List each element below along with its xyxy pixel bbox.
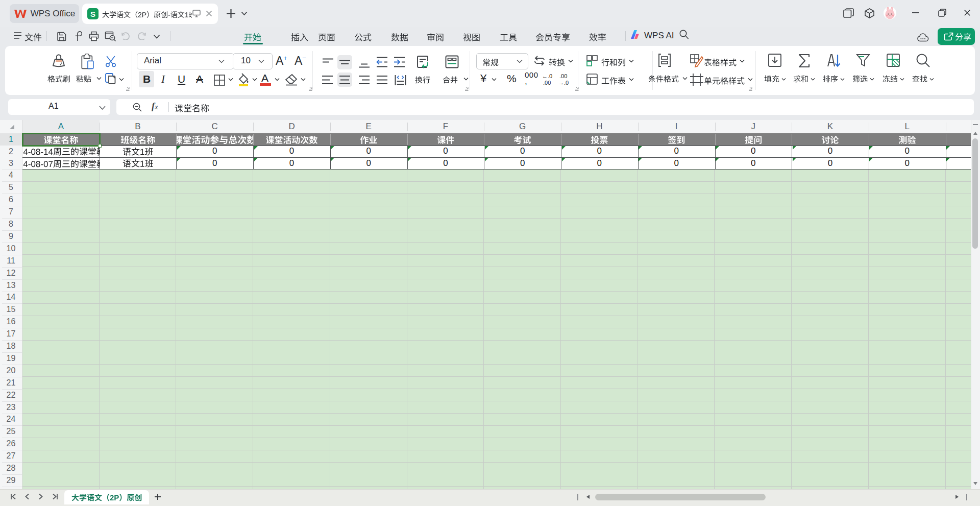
svg-text:→.0: →.0 <box>558 80 569 86</box>
svg-text:.00: .00 <box>559 73 567 79</box>
svg-text:←.0: ←.0 <box>542 73 552 79</box>
svg-text:.00: .00 <box>543 80 551 86</box>
